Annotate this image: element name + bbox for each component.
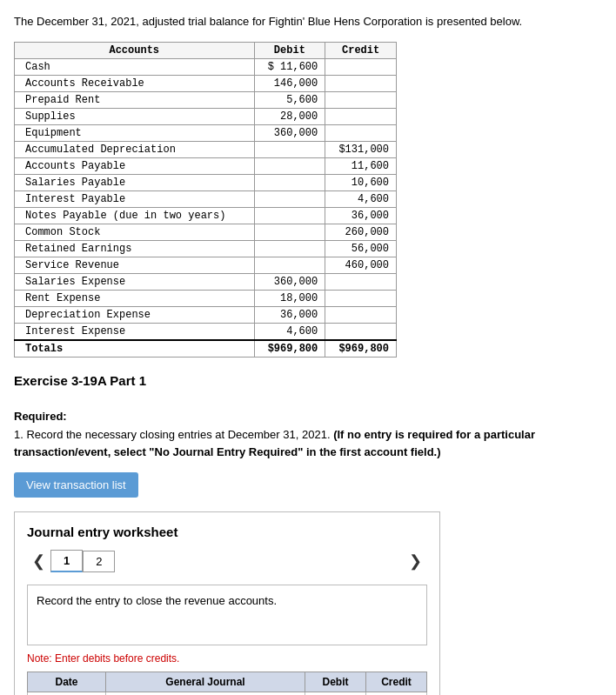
tb-account-0: Cash bbox=[15, 59, 255, 76]
instruction-number: 1. bbox=[14, 428, 23, 441]
prev-arrow[interactable]: ❮ bbox=[27, 550, 50, 572]
journal-table: Date General Journal Debit Credit Decemb… bbox=[27, 672, 427, 695]
tb-credit-2 bbox=[325, 92, 397, 109]
tb-account-4: Equipment bbox=[15, 125, 255, 142]
tb-account-3: Supplies bbox=[15, 109, 255, 125]
tb-credit-0 bbox=[325, 59, 397, 76]
next-arrow[interactable]: ❯ bbox=[404, 550, 427, 572]
view-transaction-button[interactable]: View transaction list bbox=[14, 472, 138, 498]
tb-account-1: Accounts Receivable bbox=[15, 76, 255, 92]
tb-debit-4: 360,000 bbox=[254, 125, 325, 142]
tb-account-12: Service Revenue bbox=[15, 257, 255, 274]
tb-debit-11 bbox=[254, 241, 325, 257]
tab-navigation: ❮ 1 2 ❯ bbox=[27, 550, 427, 572]
date-header: Date bbox=[28, 672, 106, 692]
tb-credit-8: 4,600 bbox=[325, 191, 397, 208]
tb-credit-11: 56,000 bbox=[325, 241, 397, 257]
tb-debit-12 bbox=[254, 257, 325, 274]
tb-account-5: Accumulated Depreciation bbox=[15, 142, 255, 158]
credit-header: Credit bbox=[325, 43, 397, 59]
tb-credit-12: 460,000 bbox=[325, 257, 397, 274]
tb-account-2: Prepaid Rent bbox=[15, 92, 255, 109]
tb-credit-10: 260,000 bbox=[325, 224, 397, 241]
tb-credit-16 bbox=[325, 324, 397, 341]
tb-account-9: Notes Payable (due in two years) bbox=[15, 208, 255, 224]
tb-debit-16: 4,600 bbox=[254, 324, 325, 341]
required-label: Required: bbox=[14, 410, 602, 423]
tb-credit-15 bbox=[325, 307, 397, 324]
debit-header: Debit bbox=[305, 672, 366, 692]
worksheet-title: Journal entry worksheet bbox=[27, 525, 427, 539]
tb-credit-5: $131,000 bbox=[325, 142, 397, 158]
general-journal-header: General Journal bbox=[106, 672, 305, 692]
tb-account-11: Retained Earnings bbox=[15, 241, 255, 257]
tb-debit-0: $ 11,600 bbox=[254, 59, 325, 76]
worksheet-container: Journal entry worksheet ❮ 1 2 ❯ Record t… bbox=[14, 511, 440, 695]
note-text: Note: Enter debits before credits. bbox=[27, 652, 427, 665]
tb-credit-6: 11,600 bbox=[325, 158, 397, 175]
tb-credit-14 bbox=[325, 291, 397, 307]
instruction-main: Record the necessary closing entries at … bbox=[26, 428, 330, 441]
tb-debit-17: $969,800 bbox=[254, 340, 325, 358]
entry-instruction-text: Record the entry to close the revenue ac… bbox=[37, 594, 277, 607]
tb-account-15: Depreciation Expense bbox=[15, 307, 255, 324]
tb-credit-13 bbox=[325, 274, 397, 291]
tb-account-17: Totals bbox=[15, 340, 255, 358]
accounts-header: Accounts bbox=[15, 43, 255, 59]
tb-account-14: Rent Expense bbox=[15, 291, 255, 307]
tb-account-8: Interest Payable bbox=[15, 191, 255, 208]
debit-header: Debit bbox=[254, 43, 325, 59]
trial-balance-table: Accounts Debit Credit Cash $ 11,600 Acco… bbox=[14, 42, 397, 358]
credit-header: Credit bbox=[366, 672, 427, 692]
tb-credit-3 bbox=[325, 109, 397, 125]
tb-account-7: Salaries Payable bbox=[15, 175, 255, 191]
tb-debit-15: 36,000 bbox=[254, 307, 325, 324]
tb-credit-9: 36,000 bbox=[325, 208, 397, 224]
tb-credit-1 bbox=[325, 76, 397, 92]
tb-account-6: Accounts Payable bbox=[15, 158, 255, 175]
tb-debit-1: 146,000 bbox=[254, 76, 325, 92]
exercise-title: Exercise 3-19A Part 1 bbox=[14, 373, 602, 388]
tb-credit-4 bbox=[325, 125, 397, 142]
tab-1[interactable]: 1 bbox=[50, 550, 83, 572]
tb-debit-7 bbox=[254, 175, 325, 191]
tb-account-16: Interest Expense bbox=[15, 324, 255, 341]
entry-instruction-box: Record the entry to close the revenue ac… bbox=[27, 585, 427, 645]
tb-credit-17: $969,800 bbox=[325, 340, 397, 358]
tb-account-10: Common Stock bbox=[15, 224, 255, 241]
tb-debit-14: 18,000 bbox=[254, 291, 325, 307]
intro-text: The December 31, 2021, adjusted trial ba… bbox=[14, 14, 602, 30]
tb-debit-3: 28,000 bbox=[254, 109, 325, 125]
tb-account-13: Salaries Expense bbox=[15, 274, 255, 291]
tb-credit-7: 10,600 bbox=[325, 175, 397, 191]
instruction-text: 1. Record the necessary closing entries … bbox=[14, 426, 602, 460]
tb-debit-6 bbox=[254, 158, 325, 175]
tab-2[interactable]: 2 bbox=[83, 551, 115, 572]
tb-debit-5 bbox=[254, 142, 325, 158]
tb-debit-8 bbox=[254, 191, 325, 208]
tb-debit-2: 5,600 bbox=[254, 92, 325, 109]
tb-debit-13: 360,000 bbox=[254, 274, 325, 291]
tb-debit-9 bbox=[254, 208, 325, 224]
tb-debit-10 bbox=[254, 224, 325, 241]
